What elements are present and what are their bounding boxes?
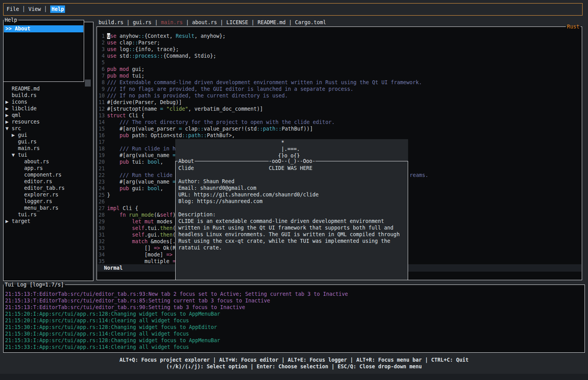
tree-item-label: tui [18,152,27,158]
log-entries: 21:15:13:T:EditorTab:src/tui/editor_tab.… [4,291,584,350]
tree-item[interactable]: ▶ icons [4,99,93,105]
tree-item[interactable]: ▼ tui [4,152,93,158]
menu-item-help[interactable]: Help [50,5,65,13]
tab-cargo.toml[interactable]: Cargo.toml [295,19,326,25]
code-line[interactable]: 13struct Cli { [97,112,581,119]
chevron-right-icon: ▶ [12,132,15,138]
code-line[interactable]: 14 /// The root directory for the projec… [97,119,581,125]
code-text: } [107,192,110,198]
line-number: 25 [97,192,105,198]
line-number: 18 [97,145,105,152]
menu-option-about[interactable]: >> About [4,25,83,32]
tab-gui.rs[interactable]: gui.rs [133,19,151,25]
line-number: 31 [97,232,105,238]
tree-item[interactable]: ▶ target [4,218,93,224]
code-line[interactable]: 16 pub path: Option<std::path::PathBuf>, [97,132,581,139]
code-text: use clap::Parser; [107,39,160,46]
scrollbar-thumb[interactable] [85,80,91,87]
code-text: /// Run the clide [107,172,176,179]
code-line[interactable]: 5 [97,59,581,66]
code-line[interactable]: 10/// If no path is provided, the curren… [97,92,581,99]
tree-item[interactable]: component.rs [4,171,93,178]
tab-main.rs[interactable]: main.rs [161,19,183,25]
tab-separator: | [285,19,295,25]
code-text: [] => Ok(R [107,245,176,251]
tab-separator: | [151,19,161,25]
ascii-art-arms: -ooO--(_)--Ooo- [269,158,315,164]
code-line[interactable]: 6pub mod gui; [97,66,581,72]
line-number: 13 [97,112,105,119]
line-number: 3 [97,46,105,53]
log-entry: 21:15:13:T:EditorTab:src/tui/editor_tab.… [4,304,584,311]
tree-item[interactable]: editor.rs [4,178,93,185]
code-line[interactable]: 1use anyhow::{Context, Result, anyhow}; [97,33,581,39]
code-text: /// If no path is provided, the current … [107,92,288,99]
menu-option-about-label: >> About [5,25,83,32]
line-number: 28 [97,212,105,218]
log-panel-title: Tui Log [log=1.7/s] [4,281,65,288]
language-badge: Rust [566,23,581,30]
tab-license[interactable]: LICENSE [226,19,248,25]
chevron-right-icon: ▶ [5,106,9,111]
tree-item[interactable]: tui.rs [4,211,93,218]
chevron-right-icon: ▶ [5,112,9,118]
code-line[interactable]: 2use clap::Parser; [97,39,581,46]
tree-item-label: resources [12,119,40,125]
code-line[interactable]: 12#[structopt(name = "clide", verbatim_d… [97,106,581,112]
code-text: pub tui: bool, [107,159,163,165]
chevron-down-icon: ▼ [12,152,15,158]
code-line[interactable]: 11#[derive(Parser, Debug)] [97,99,581,106]
tree-item-label: component.rs [24,172,62,178]
menu-item-view[interactable]: View [28,6,41,12]
tree-item[interactable]: logger.rs [4,198,93,205]
code-line[interactable]: 9/// If no flags are provided, the GUI e… [97,86,581,92]
tree-item-label: target [12,218,30,224]
line-number: 22 [97,172,105,179]
line-number: 30 [97,225,105,232]
line-number: 19 [97,152,105,159]
tab-separator: | [123,19,133,25]
log-entry: 21:15:20:I:App:src/tui/app.rs:114:Cleari… [4,317,584,324]
tree-item[interactable]: build.rs [4,92,93,99]
tree-item[interactable]: main.rs [4,145,93,152]
tree-item-label: about.rs [24,159,49,164]
line-number: 4 [97,53,105,59]
tree-item[interactable]: app.rs [4,165,93,171]
code-text: struct Cli { [107,112,144,119]
tree-item[interactable]: ▶ libclide [4,105,93,112]
tree-item-label: editor_tab.rs [24,185,65,191]
menu-item-file[interactable]: File [7,6,19,12]
tab-build.rs[interactable]: build.rs [99,19,123,25]
tab-readme.md[interactable]: README.md [257,19,285,25]
code-line[interactable]: 7pub mod tui; [97,72,581,79]
tab-separator: | [248,19,257,25]
tree-item[interactable]: ▶ qml [4,112,93,118]
code-line[interactable]: 3use log::{info, trace}; [97,46,581,53]
code-text: impl Cli { [107,205,138,212]
about-popup-box: About -ooO--(_)--Ooo- Clide CLIDE WAS HE… [175,161,408,280]
tree-item[interactable]: ▶ gui [4,132,93,138]
tree-item[interactable]: explorer.rs [4,191,93,198]
log-entry: 21:15:13:T:EditorTab:src/tui/editor_tab.… [4,291,584,297]
line-number: 35 [97,258,105,265]
line-number: 34 [97,251,105,258]
tree-item[interactable]: about.rs [4,158,93,165]
tree-item[interactable]: editor_tab.rs [4,185,93,191]
line-number: 15 [97,125,105,132]
tree-item[interactable]: README.md [4,85,93,92]
code-text: [mode] => [107,251,173,258]
tree-item[interactable]: gui.rs [4,138,93,145]
tab-about.rs[interactable]: about.rs [192,19,217,25]
code-text: pub path: Option<std::path::PathBuf>, [107,132,235,139]
line-number: 23 [97,179,105,185]
tree-item-label: explorer.rs [24,192,58,198]
keybind-hints: ALT+Q: Focus project explorer | ALT+W: F… [0,357,588,370]
tree-item[interactable]: ▼ src [4,125,93,132]
code-line[interactable]: 4use std::process::{Command, Stdio}; [97,53,581,59]
code-line[interactable]: 15 #[arg(value_parser = clap::value_pars… [97,125,581,132]
code-line[interactable]: 8/// Extendable command-line driven deve… [97,79,581,86]
menu-separator: │ [19,6,28,12]
tree-item[interactable]: menu_bar.rs [4,205,93,211]
tree-item[interactable]: ▶ resources [4,118,93,125]
code-text: /// Extendable command-line driven devel… [107,79,422,86]
